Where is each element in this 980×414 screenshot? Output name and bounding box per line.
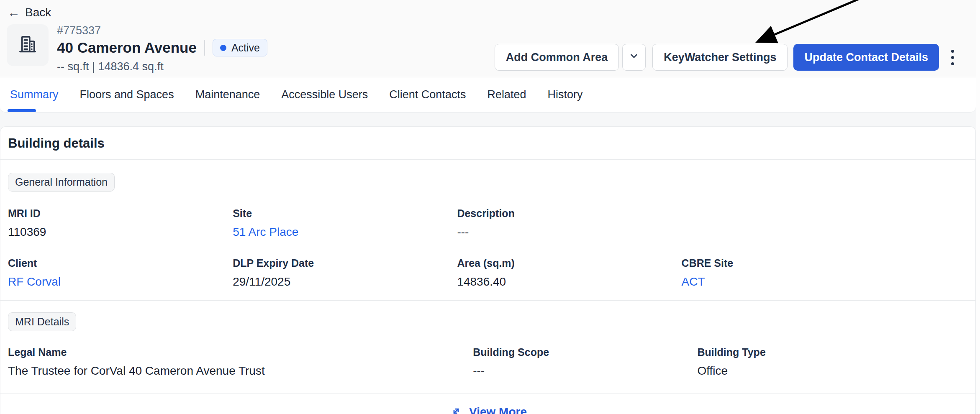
- view-more-label: View More: [469, 405, 527, 414]
- add-common-area-button[interactable]: Add Common Area: [495, 44, 619, 71]
- tab-client-contacts[interactable]: Client Contacts: [389, 88, 466, 101]
- divider: [204, 40, 205, 56]
- field-site: Site 51 Arc Place: [233, 207, 457, 240]
- tab-accessible-users[interactable]: Accessible Users: [281, 88, 368, 101]
- building-id: #775337: [57, 23, 267, 38]
- kebab-menu-icon[interactable]: [943, 44, 962, 71]
- field-row: Client RF Corval DLP Expiry Date 29/11/2…: [8, 256, 968, 300]
- page-title: 40 Cameron Avenue: [57, 38, 197, 57]
- site-link[interactable]: 51 Arc Place: [233, 225, 457, 240]
- client-link[interactable]: RF Corval: [8, 274, 233, 289]
- building-avatar: [7, 24, 49, 66]
- field-area-sqm: Area (sq.m) 14836.40: [457, 256, 681, 289]
- tab-related[interactable]: Related: [487, 88, 526, 101]
- cbre-site-link[interactable]: ACT: [682, 274, 968, 289]
- add-common-area-dropdown-button[interactable]: [622, 44, 646, 71]
- field-mri-id: MRI ID 110369: [8, 207, 233, 240]
- update-contact-details-button[interactable]: Update Contact Details: [793, 44, 939, 71]
- building-detail-page: ← Back: [0, 0, 976, 414]
- back-label: Back: [25, 6, 51, 19]
- field-description: Description ---: [457, 207, 681, 240]
- mri-details-chip: MRI Details: [8, 312, 76, 331]
- field-row: MRI ID 110369 Site 51 Arc Place Descript…: [8, 207, 968, 240]
- field-client: Client RF Corval: [8, 256, 233, 289]
- active-tab-indicator: [8, 109, 36, 112]
- back-button[interactable]: ← Back: [0, 0, 51, 19]
- area-summary: -- sq.ft | 14836.4 sq.ft: [57, 59, 267, 74]
- field-dlp-expiry-date: DLP Expiry Date 29/11/2025: [233, 256, 457, 289]
- general-information-chip: General Information: [8, 173, 115, 192]
- field-row: Legal Name The Trustee for CorVal 40 Cam…: [8, 345, 968, 394]
- title-block: #775337 40 Cameron Avenue Active -- sq.f…: [57, 23, 267, 74]
- building-details-card: Building details General Information MRI…: [0, 126, 976, 414]
- tab-floors-and-spaces[interactable]: Floors and Spaces: [80, 88, 174, 101]
- keywatcher-settings-button[interactable]: KeyWatcher Settings: [652, 44, 788, 71]
- status-dot-icon: [220, 45, 226, 51]
- expand-icon: [449, 404, 463, 414]
- tab-bar: Summary Floors and Spaces Maintenance Ac…: [0, 77, 976, 112]
- status-badge: Active: [213, 39, 267, 56]
- scrollbar-gutter[interactable]: [976, 0, 980, 414]
- field-building-scope: Building Scope ---: [473, 345, 697, 378]
- back-arrow-icon: ←: [8, 6, 20, 19]
- section-title: Building details: [8, 136, 105, 151]
- field-cbre-site: CBRE Site ACT: [682, 256, 968, 289]
- building-icon: [15, 32, 40, 58]
- header-actions: Add Common Area KeyWatcher Settings Upda…: [495, 44, 962, 71]
- general-information-section: General Information MRI ID 110369 Site 5…: [0, 160, 975, 301]
- field-legal-name: Legal Name The Trustee for CorVal 40 Cam…: [8, 345, 473, 378]
- status-label: Active: [231, 42, 260, 54]
- mri-details-section: MRI Details Legal Name The Trustee for C…: [0, 301, 975, 394]
- tab-summary[interactable]: Summary: [10, 88, 59, 101]
- view-more-button[interactable]: View More: [0, 394, 975, 414]
- chevron-down-icon: [629, 51, 639, 64]
- card-header: Building details: [0, 127, 975, 160]
- page-header: ← Back: [0, 0, 976, 77]
- field-building-type: Building Type Office: [697, 345, 968, 378]
- tab-maintenance[interactable]: Maintenance: [195, 88, 260, 101]
- tab-history[interactable]: History: [547, 88, 582, 101]
